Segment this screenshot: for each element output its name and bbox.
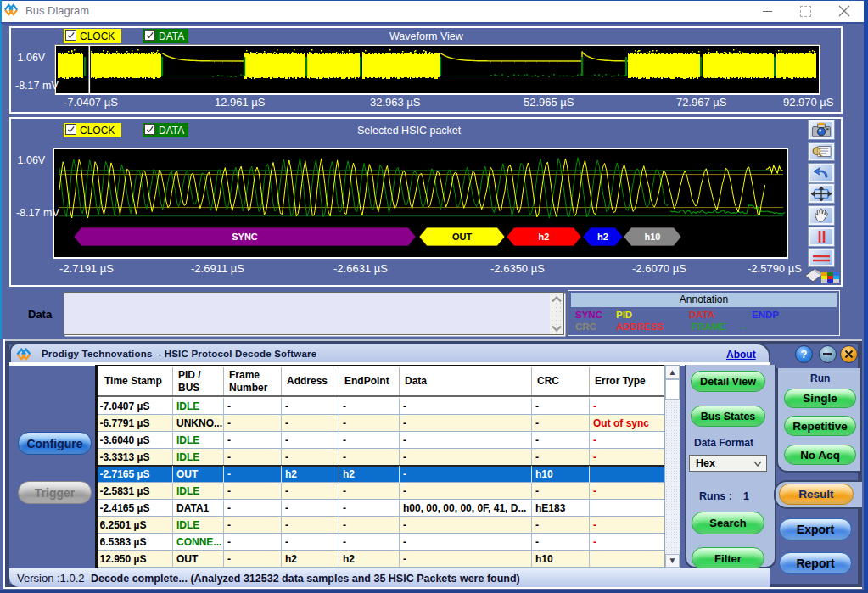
svg-text:h2: h2 [539, 232, 550, 242]
svg-text:h10: h10 [645, 232, 661, 242]
svg-text:SYNC: SYNC [232, 232, 258, 242]
svg-text:h2: h2 [597, 232, 608, 242]
svg-text:OUT: OUT [452, 232, 473, 242]
